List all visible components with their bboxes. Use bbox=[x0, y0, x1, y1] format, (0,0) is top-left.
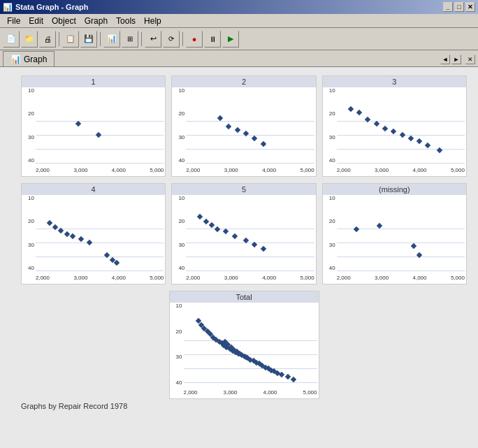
toolbar: 📄 📁 🖨 📋 💾 📊 ⊞ ↩ ⟳ ● ⏸ ▶ bbox=[0, 28, 478, 50]
menu-graph[interactable]: Graph bbox=[80, 15, 112, 27]
dot bbox=[347, 106, 353, 112]
hline bbox=[186, 121, 314, 122]
toolbar-play[interactable]: ▶ bbox=[222, 31, 239, 48]
menu-help[interactable]: Help bbox=[140, 15, 166, 27]
toolbar-btn7[interactable]: ⟳ bbox=[163, 31, 180, 48]
app-icon: 📊 bbox=[3, 3, 13, 12]
x-axis-1: 2,0003,0004,0005,000 bbox=[36, 167, 164, 173]
dot bbox=[408, 136, 414, 141]
tab-graph[interactable]: 📊 Graph bbox=[3, 51, 55, 66]
dot bbox=[64, 231, 69, 237]
plot-area-4: 40302010 2,0003,0004,0005,000 bbox=[22, 195, 165, 281]
dot bbox=[411, 243, 417, 249]
dot bbox=[399, 132, 405, 138]
bottom-row: Total 40302010 bbox=[21, 291, 467, 399]
menu-edit[interactable]: Edit bbox=[24, 15, 48, 27]
dot bbox=[391, 129, 396, 134]
hline bbox=[337, 243, 465, 243]
plot-title-total: Total bbox=[170, 291, 319, 303]
toolbar-print[interactable]: 🖨 bbox=[39, 31, 56, 48]
plot-panel-2: 2 40302010 2,0003,0004,0005,000 bbox=[171, 75, 316, 177]
dot bbox=[70, 233, 75, 238]
hline bbox=[186, 270, 314, 271]
toolbar-copy[interactable]: 📋 bbox=[62, 31, 79, 48]
plot-area-5: 40302010 2,0003,0004,0005,000 bbox=[172, 195, 315, 281]
dot bbox=[365, 117, 370, 122]
dot bbox=[284, 374, 290, 380]
y-ticks-1: 40302010 bbox=[22, 87, 36, 164]
menu-object[interactable]: Object bbox=[48, 15, 80, 27]
hline bbox=[186, 149, 314, 150]
close-button[interactable]: ✕ bbox=[465, 2, 475, 12]
dot bbox=[373, 121, 379, 127]
dot bbox=[78, 236, 84, 242]
plot-panel-5: 5 40302010 2,0003,0004,0005,0 bbox=[171, 183, 316, 284]
y-ticks-5: 40302010 bbox=[172, 195, 186, 271]
hline bbox=[186, 256, 314, 257]
menu-tools[interactable]: Tools bbox=[112, 15, 140, 27]
title-bar: 📊 Stata Graph - Graph _ □ ✕ bbox=[0, 0, 478, 14]
hline bbox=[184, 340, 317, 341]
tab-prev-button[interactable]: ◄ bbox=[440, 55, 450, 64]
dot bbox=[226, 124, 231, 129]
dot bbox=[114, 259, 120, 265]
plot-title-3: 3 bbox=[323, 76, 466, 87]
dot bbox=[376, 223, 382, 229]
dot bbox=[382, 125, 388, 131]
x-axis-missing: 2,0003,0004,0005,000 bbox=[337, 275, 465, 281]
plot-area-1: 40302010 2,0003,0004,0005,000 bbox=[22, 87, 165, 173]
plot-title-1: 1 bbox=[22, 76, 165, 87]
y-ticks-4: 40302010 bbox=[22, 195, 36, 271]
dot bbox=[234, 127, 240, 133]
hline bbox=[186, 229, 314, 229]
y-ticks-2: 40302010 bbox=[172, 87, 186, 164]
dot bbox=[231, 233, 237, 238]
toolbar-open[interactable]: 📁 bbox=[21, 31, 38, 48]
plots-grid: 1 40302010 2,0003,0004,0005,000 2 bbox=[21, 75, 467, 285]
tab-graph-icon: 📊 bbox=[10, 55, 21, 64]
hline bbox=[36, 243, 164, 243]
plot-panel-3: 3 40302010 bbox=[322, 75, 467, 177]
hline bbox=[36, 256, 164, 257]
menu-file[interactable]: File bbox=[3, 15, 24, 27]
plot-panel-1: 1 40302010 2,0003,0004,0005,000 bbox=[21, 75, 166, 177]
x-axis-3: 2,0003,0004,0005,000 bbox=[337, 167, 465, 173]
minimize-button[interactable]: _ bbox=[443, 2, 453, 12]
toolbar-pause[interactable]: ⏸ bbox=[204, 31, 221, 48]
toolbar-save[interactable]: 💾 bbox=[80, 31, 97, 48]
toolbar-btn6[interactable]: ⊞ bbox=[122, 31, 138, 48]
toolbar-new[interactable]: 📄 bbox=[3, 31, 20, 48]
plot-title-missing: (missing) bbox=[323, 184, 466, 195]
dot bbox=[203, 218, 208, 224]
plot-area-2: 40302010 2,0003,0004,0005,000 bbox=[172, 87, 315, 173]
plot-area-missing: 40302010 2,0003,0004,0005,000 bbox=[323, 195, 466, 281]
y-ticks-total: 40302010 bbox=[170, 303, 184, 386]
hline bbox=[337, 270, 465, 271]
hline bbox=[184, 368, 317, 369]
hline-1d bbox=[36, 163, 164, 164]
x-axis-2: 2,0003,0004,0005,000 bbox=[186, 167, 314, 173]
x-axis-label-total: Weight (lbs.) bbox=[170, 397, 319, 399]
hline bbox=[186, 243, 314, 243]
dot bbox=[260, 246, 266, 252]
dot bbox=[96, 132, 101, 138]
hline bbox=[186, 163, 314, 164]
toolbar-sep1 bbox=[59, 32, 59, 46]
dot bbox=[197, 214, 203, 219]
toolbar-record[interactable]: ● bbox=[186, 31, 203, 48]
dot bbox=[215, 226, 220, 231]
dot bbox=[47, 220, 52, 226]
tab-graph-label: Graph bbox=[24, 55, 47, 64]
tab-next-button[interactable]: ► bbox=[451, 55, 461, 64]
maximize-button[interactable]: □ bbox=[454, 2, 464, 12]
window-title: Stata Graph - Graph bbox=[15, 3, 89, 11]
toolbar-undo[interactable]: ↩ bbox=[145, 31, 161, 48]
hline bbox=[337, 163, 465, 164]
toolbar-chart[interactable]: 📊 bbox=[103, 31, 120, 48]
dot bbox=[223, 229, 229, 234]
hline bbox=[184, 354, 317, 355]
tab-close-button[interactable]: ✕ bbox=[465, 55, 475, 64]
plot-panel-total: Total 40302010 bbox=[169, 291, 319, 399]
dot bbox=[425, 143, 430, 148]
hline bbox=[337, 121, 465, 122]
